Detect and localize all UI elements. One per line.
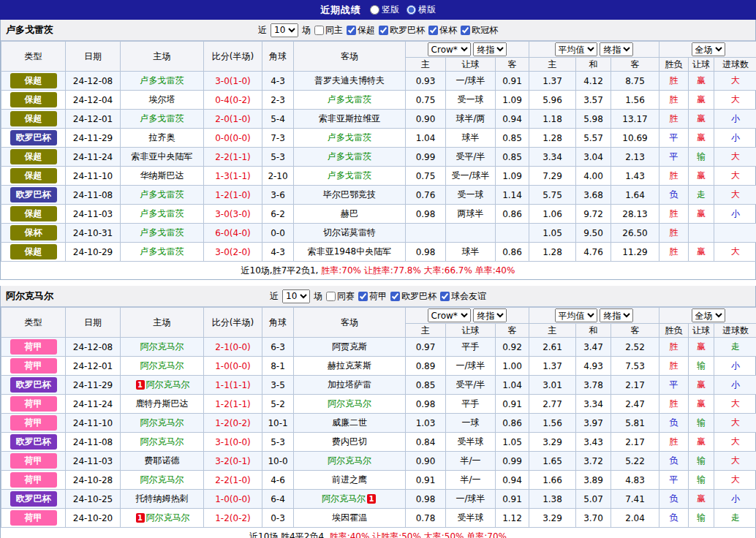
- home-team-link[interactable]: 托特纳姆热刺: [136, 493, 189, 504]
- score-link[interactable]: 1-2(0-2): [204, 509, 262, 528]
- away-team-link[interactable]: 赫拉克莱斯: [328, 360, 371, 371]
- score-link[interactable]: 2-2(1-0): [204, 471, 262, 490]
- league-badge[interactable]: 欧罗巴杯: [10, 434, 57, 450]
- filter-checkbox-input[interactable]: [358, 292, 368, 301]
- home-team-link[interactable]: 埃尔塔: [149, 94, 175, 105]
- score-link[interactable]: 1-2(0-2): [204, 414, 262, 433]
- score-link[interactable]: 1-3(1-1): [204, 167, 262, 186]
- filter-checkbox-input[interactable]: [428, 26, 438, 35]
- home-team-link[interactable]: 阿尔克马尔: [140, 360, 184, 371]
- home-team-link[interactable]: 卢多戈雷茨: [140, 113, 184, 124]
- score-link[interactable]: 0-0(0-0): [204, 129, 262, 148]
- layout-radio[interactable]: [407, 5, 416, 15]
- away-team-link[interactable]: 阿尔克马尔: [328, 398, 371, 409]
- league-badge[interactable]: 保超: [10, 73, 57, 88]
- league-badge[interactable]: 保超: [10, 92, 57, 107]
- away-team-link[interactable]: 切尔诺莫雷特: [323, 227, 376, 238]
- recent-count-select[interactable]: 10: [282, 289, 310, 303]
- score-link[interactable]: 1-1(1-1): [204, 376, 262, 395]
- league-badge[interactable]: 荷甲: [10, 453, 57, 469]
- filter-checkbox[interactable]: 同赛: [326, 290, 355, 303]
- home-team-link[interactable]: 卢多戈雷茨: [140, 246, 184, 257]
- away-team-link[interactable]: 埃因霍温: [332, 512, 367, 523]
- away-team-link[interactable]: 赫巴: [341, 208, 358, 219]
- filter-checkbox-input[interactable]: [390, 292, 400, 301]
- away-team-link[interactable]: 卢多戈雷茨: [328, 132, 371, 143]
- away-team-link[interactable]: 毕尔巴鄂竞技: [323, 189, 376, 200]
- filter-checkbox-input[interactable]: [440, 292, 450, 301]
- filter-checkbox[interactable]: 同主: [314, 24, 343, 37]
- filter-checkbox[interactable]: 球会友谊: [440, 290, 486, 303]
- away-team-link[interactable]: 卢多戈雷茨: [328, 151, 371, 162]
- league-badge[interactable]: 荷甲: [10, 396, 57, 412]
- score-link[interactable]: 1-0(0-0): [204, 490, 262, 509]
- home-team-link[interactable]: 费耶诺德: [145, 455, 180, 466]
- filter-checkbox-input[interactable]: [461, 26, 470, 35]
- layout-option[interactable]: 竖版: [370, 4, 399, 16]
- filter-checkbox[interactable]: 欧冠杯: [461, 24, 498, 37]
- league-badge[interactable]: 荷甲: [10, 472, 57, 488]
- away-team-link[interactable]: 普罗夫迪夫博特夫: [314, 75, 385, 86]
- score-link[interactable]: 2-1(0-0): [204, 338, 262, 357]
- league-badge[interactable]: 保超: [10, 206, 57, 221]
- home-team-link[interactable]: 阿尔克马尔: [146, 379, 190, 390]
- score-link[interactable]: 3-1(0-0): [204, 433, 262, 452]
- home-team-link[interactable]: 卢多戈雷茨: [140, 75, 184, 86]
- league-badge[interactable]: 欧罗巴杯: [10, 491, 57, 507]
- league-badge[interactable]: 欧罗巴杯: [10, 377, 57, 393]
- score-link[interactable]: 3-0(3-0): [204, 205, 262, 224]
- score-link[interactable]: 6-0(4-0): [204, 224, 262, 243]
- score-link[interactable]: 2-2(1-1): [204, 148, 262, 167]
- score-link[interactable]: 3-0(1-0): [204, 72, 262, 91]
- home-team-link[interactable]: 鹿特丹斯巴达: [136, 398, 189, 409]
- away-team-link[interactable]: 前进之鹰: [332, 474, 367, 485]
- score-link[interactable]: 1-0(0-0): [204, 357, 262, 376]
- home-team-link[interactable]: 华纳斯巴达: [140, 170, 184, 181]
- league-badge[interactable]: 荷甲: [10, 339, 57, 355]
- layout-radio[interactable]: [370, 5, 379, 15]
- home-team-link[interactable]: 索非亚中央陆军: [132, 151, 193, 162]
- home-team-link[interactable]: 阿尔克马尔: [140, 474, 184, 485]
- league-badge[interactable]: 荷甲: [10, 510, 57, 526]
- league-badge[interactable]: 保超: [10, 244, 57, 259]
- score-link[interactable]: 0-4(0-2): [204, 91, 262, 110]
- avg-select[interactable]: 平均值: [555, 42, 597, 56]
- filter-checkbox-input[interactable]: [347, 26, 356, 35]
- score-link[interactable]: 1-2(1-0): [204, 186, 262, 205]
- odds-company-select[interactable]: Crow*: [428, 42, 471, 56]
- away-team-link[interactable]: 阿尔克马尔: [322, 493, 366, 504]
- league-badge[interactable]: 保超: [10, 111, 57, 126]
- score-link[interactable]: 3-2(0-1): [204, 452, 262, 471]
- away-team-link[interactable]: 加拉塔萨雷: [328, 379, 371, 390]
- filter-checkbox[interactable]: 欧罗巴杯: [379, 24, 425, 37]
- away-team-link[interactable]: 威廉二世: [332, 417, 367, 428]
- home-team-link[interactable]: 阿尔克马尔: [140, 417, 184, 428]
- league-badge[interactable]: 欧罗巴杯: [10, 187, 57, 202]
- league-badge[interactable]: 荷甲: [10, 415, 57, 431]
- score-link[interactable]: 1-2(1-1): [204, 395, 262, 414]
- league-badge[interactable]: 保超: [10, 149, 57, 164]
- score-link[interactable]: 3-0(2-0): [204, 243, 262, 262]
- league-badge[interactable]: 保杯: [10, 225, 57, 240]
- layout-option[interactable]: 横版: [407, 4, 436, 16]
- score-link[interactable]: 2-0(1-0): [204, 110, 262, 129]
- home-team-link[interactable]: 阿尔克马尔: [140, 436, 184, 447]
- filter-checkbox[interactable]: 保杯: [428, 24, 457, 37]
- recent-count-select[interactable]: 10: [271, 23, 298, 37]
- avg-time-select[interactable]: 终指: [600, 42, 633, 56]
- home-team-link[interactable]: 卢多戈雷茨: [140, 208, 184, 219]
- scope-select[interactable]: 全场: [692, 308, 725, 322]
- filter-checkbox-input[interactable]: [314, 26, 324, 35]
- league-badge[interactable]: 欧罗巴杯: [10, 130, 57, 145]
- away-team-link[interactable]: 卢多戈雷茨: [328, 170, 371, 181]
- away-team-link[interactable]: 索非亚1948中央陆军: [308, 246, 392, 257]
- odds-time-select[interactable]: 终指: [473, 42, 507, 56]
- avg-time-select[interactable]: 终指: [600, 308, 633, 322]
- filter-checkbox[interactable]: 保超: [347, 24, 375, 37]
- home-team-link[interactable]: 卢多戈雷茨: [140, 189, 184, 200]
- home-team-link[interactable]: 拉齐奥: [149, 132, 175, 143]
- filter-checkbox-input[interactable]: [326, 292, 336, 301]
- home-team-link[interactable]: 阿尔克马尔: [140, 341, 184, 352]
- filter-checkbox[interactable]: 荷甲: [358, 290, 387, 303]
- away-team-link[interactable]: 费内巴切: [332, 436, 367, 447]
